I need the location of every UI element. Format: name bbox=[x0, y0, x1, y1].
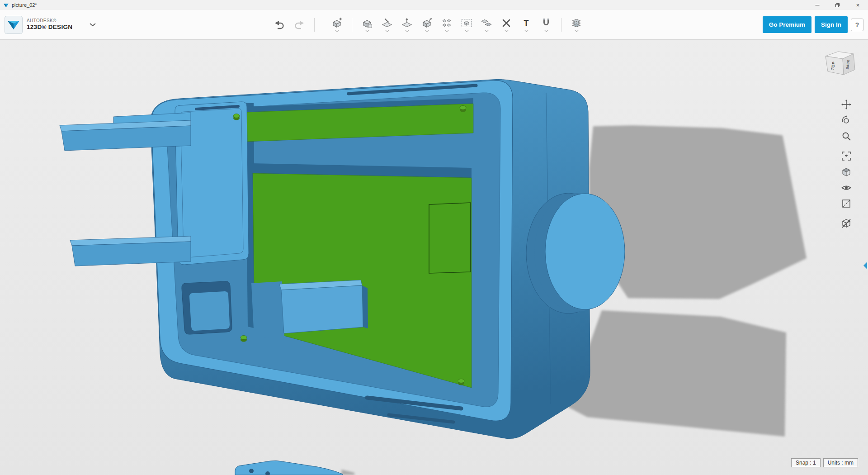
units-indicator[interactable]: Units : mm bbox=[823, 458, 858, 467]
status-bar: Snap : 1 Units : mm bbox=[791, 458, 858, 467]
orbit-icon bbox=[841, 115, 852, 126]
restore-icon bbox=[835, 3, 840, 8]
standoff-peg[interactable] bbox=[460, 106, 466, 112]
go-premium-button[interactable]: Go Premium bbox=[763, 16, 811, 33]
brand-autodesk-label: AUTODESK® bbox=[27, 18, 72, 24]
visibility-eye-icon bbox=[841, 182, 852, 193]
visibility-button[interactable] bbox=[840, 181, 853, 195]
fit-view-icon bbox=[841, 151, 852, 162]
snap-indicator[interactable]: Snap : 1 bbox=[791, 458, 821, 467]
main-toolbar: AUTODESK® 123D® DESIGN bbox=[0, 10, 868, 40]
brand-123d-label: 123D® DESIGN bbox=[27, 24, 72, 31]
tool-strip: T bbox=[270, 10, 585, 39]
knob-cylinder-part[interactable] bbox=[526, 193, 625, 314]
navigation-rail bbox=[840, 98, 853, 230]
material-tool-button[interactable] bbox=[567, 12, 585, 38]
construct-icon bbox=[401, 17, 413, 29]
window-title: picture_02* bbox=[12, 2, 37, 8]
flyout-chevron-icon bbox=[425, 30, 429, 32]
flyout-chevron-icon bbox=[365, 30, 369, 32]
close-button[interactable]: × bbox=[848, 0, 868, 10]
flyout-chevron-icon bbox=[385, 30, 389, 32]
material-visibility-icon bbox=[841, 218, 852, 229]
view-cube[interactable]: TOP BACK bbox=[822, 49, 858, 77]
sketch-icon bbox=[381, 17, 393, 29]
app-menu[interactable]: AUTODESK® 123D® DESIGN bbox=[5, 10, 96, 39]
orbit-button[interactable] bbox=[840, 114, 853, 127]
snap-magnet-icon bbox=[540, 17, 552, 29]
sign-in-button[interactable]: Sign In bbox=[815, 16, 848, 33]
flyout-chevron-icon bbox=[505, 30, 509, 32]
standoff-peg[interactable] bbox=[233, 114, 240, 120]
redo-icon bbox=[293, 19, 305, 31]
standoff-peg[interactable] bbox=[458, 379, 464, 385]
flyout-chevron-icon bbox=[524, 30, 528, 32]
toolbar-separator bbox=[561, 18, 561, 32]
loose-part-bottom[interactable] bbox=[235, 461, 343, 475]
viewport[interactable]: TOP BACK bbox=[0, 40, 868, 475]
material-icon bbox=[571, 17, 582, 29]
knob-front-face[interactable] bbox=[545, 194, 625, 309]
flyout-chevron-icon bbox=[335, 30, 339, 32]
case-opening-floor bbox=[189, 291, 230, 331]
primitives-tool-button[interactable] bbox=[358, 12, 376, 38]
floor-notch bbox=[251, 281, 284, 338]
flyout-chevron-icon bbox=[485, 30, 489, 32]
redo-button[interactable] bbox=[290, 12, 308, 38]
construct-tool-button[interactable] bbox=[398, 12, 416, 38]
undo-icon bbox=[274, 19, 285, 31]
pan-button[interactable] bbox=[840, 98, 853, 111]
transform-tool-button[interactable] bbox=[328, 12, 346, 38]
hidden-edges-button[interactable] bbox=[840, 197, 853, 210]
window-titlebar[interactable]: picture_02* × bbox=[0, 0, 868, 10]
grouping-tool-button[interactable] bbox=[458, 12, 476, 38]
transform-icon bbox=[331, 17, 343, 29]
measure-tool-button[interactable] bbox=[497, 12, 515, 38]
modify-icon bbox=[421, 17, 433, 29]
modify-tool-button[interactable] bbox=[418, 12, 436, 38]
zoom-button[interactable] bbox=[840, 129, 853, 143]
snap-tool-button[interactable] bbox=[537, 12, 555, 38]
help-button[interactable]: ? bbox=[851, 19, 863, 31]
sketch-tool-button[interactable] bbox=[378, 12, 396, 38]
minimize-button[interactable] bbox=[807, 0, 827, 10]
collapse-left-icon bbox=[863, 261, 868, 270]
svg-text:T: T bbox=[524, 19, 529, 28]
chevron-down-icon[interactable] bbox=[89, 23, 96, 27]
app-window-icon bbox=[3, 2, 9, 8]
pattern-icon bbox=[441, 17, 453, 29]
flyout-chevron-icon bbox=[405, 30, 409, 32]
shading-icon bbox=[841, 166, 852, 177]
standoff-peg[interactable] bbox=[241, 336, 247, 342]
connector-block-front[interactable] bbox=[281, 285, 363, 333]
combine-icon bbox=[481, 17, 492, 29]
restore-button[interactable] bbox=[827, 0, 848, 10]
minimize-icon bbox=[815, 3, 820, 7]
fit-view-button[interactable] bbox=[840, 149, 853, 163]
text-tool-button[interactable]: T bbox=[517, 12, 535, 38]
pan-icon bbox=[841, 99, 852, 110]
panel-collapse-arrow[interactable] bbox=[863, 261, 868, 271]
app-logo-icon bbox=[5, 16, 23, 34]
combine-tool-button[interactable] bbox=[477, 12, 495, 38]
toolbar-separator bbox=[314, 18, 315, 32]
hidden-edges-icon bbox=[841, 198, 852, 209]
pattern-tool-button[interactable] bbox=[438, 12, 456, 38]
toolbar-separator bbox=[352, 18, 352, 32]
material-visibility-button[interactable] bbox=[840, 217, 853, 230]
shading-button[interactable] bbox=[840, 165, 853, 179]
flyout-chevron-icon bbox=[544, 30, 548, 32]
grouping-icon bbox=[461, 17, 472, 29]
3d-scene[interactable] bbox=[0, 40, 868, 475]
measure-icon bbox=[500, 17, 512, 29]
zoom-icon bbox=[841, 131, 852, 142]
flyout-chevron-icon bbox=[575, 30, 579, 32]
flyout-chevron-icon bbox=[465, 30, 469, 32]
loose-part-hole bbox=[249, 469, 254, 473]
primitives-icon bbox=[361, 17, 373, 29]
undo-button[interactable] bbox=[270, 12, 288, 38]
close-icon: × bbox=[856, 2, 860, 8]
text-icon: T bbox=[520, 17, 532, 29]
lower-prong-front[interactable] bbox=[72, 242, 191, 266]
flyout-chevron-icon bbox=[445, 30, 449, 32]
